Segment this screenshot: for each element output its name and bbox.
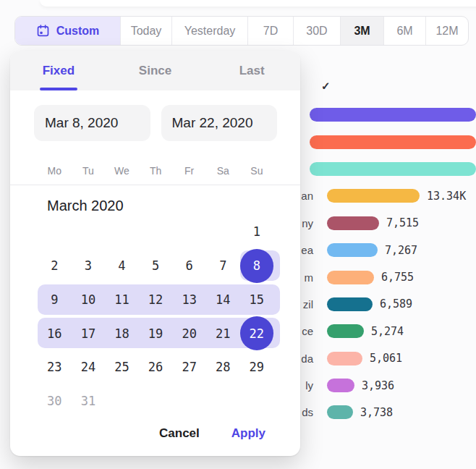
- day-cell-empty: [172, 384, 206, 418]
- day-cell-28[interactable]: 28: [206, 350, 240, 384]
- chart-value-label: 3,738: [360, 406, 393, 419]
- toolbar-item-label: 6M: [396, 25, 412, 38]
- day-cell-27[interactable]: 27: [172, 350, 206, 384]
- toolbar-item-label: 12M: [435, 25, 458, 38]
- toolbar-item-label: Today: [131, 25, 162, 38]
- month-title: March 2020: [47, 198, 300, 214]
- toolbar-item-6m[interactable]: 6M: [383, 17, 425, 45]
- weekday-label: Mo: [38, 165, 72, 177]
- chart-bar: [327, 352, 362, 366]
- day-cell-empty: [206, 215, 240, 249]
- chart-bar: [310, 108, 476, 122]
- tab-fixed[interactable]: Fixed: [10, 51, 107, 90]
- day-cell-18[interactable]: 18: [105, 316, 139, 350]
- toolbar-item-today[interactable]: Today: [120, 17, 171, 45]
- toolbar-item-30d[interactable]: 30D: [293, 17, 340, 45]
- day-cell-empty: [139, 384, 173, 418]
- date-picker-tabs: FixedSinceLast: [10, 51, 300, 90]
- day-cell-12[interactable]: 12: [139, 282, 173, 316]
- day-cell-9[interactable]: 9: [38, 282, 72, 316]
- picker-footer: Cancel Apply: [159, 425, 265, 442]
- day-cell-22[interactable]: 22: [240, 316, 274, 350]
- chart-bar: [327, 271, 374, 284]
- toolbar-item-3m[interactable]: 3M: [340, 17, 383, 45]
- day-cell-16[interactable]: 16: [38, 316, 72, 350]
- day-cell-31[interactable]: 31: [72, 384, 106, 418]
- day-cell-14[interactable]: 14: [206, 282, 240, 316]
- day-cell-7[interactable]: 7: [206, 249, 240, 283]
- chart-value-label: 13.34K: [427, 190, 466, 203]
- chart-bar: [327, 216, 379, 230]
- day-cell-17[interactable]: 17: [72, 316, 106, 350]
- toolbar-item-label: 30D: [306, 25, 327, 38]
- toolbar-item-7d[interactable]: 7D: [247, 17, 293, 45]
- day-cell-25[interactable]: 25: [105, 350, 139, 384]
- day-cell-20[interactable]: 20: [172, 316, 206, 350]
- chart-value-label: 6,589: [380, 297, 412, 310]
- day-cell-26[interactable]: 26: [139, 350, 173, 384]
- selected-day-start: 8: [240, 249, 274, 283]
- day-cell-19[interactable]: 19: [139, 316, 173, 350]
- tab-last[interactable]: Last: [203, 51, 300, 90]
- date-inputs-row: Mar 8, 2020 Mar 22, 2020: [10, 90, 300, 141]
- calendar-week-row: 9101112131415: [38, 282, 300, 316]
- cancel-button[interactable]: Cancel: [159, 426, 200, 441]
- toolbar-item-label: Yesterday: [184, 25, 236, 38]
- chart-bar: [327, 379, 354, 392]
- toolbar-item-label: Custom: [56, 25, 100, 38]
- chart-value-label: 5,061: [370, 352, 402, 365]
- chart-bar: [327, 243, 378, 257]
- divider: [10, 185, 300, 185]
- apply-button[interactable]: Apply: [231, 426, 265, 441]
- chart-bar: [327, 405, 353, 419]
- tab-since[interactable]: Since: [107, 51, 204, 90]
- day-cell-empty: [172, 215, 206, 249]
- day-cell-11[interactable]: 11: [105, 282, 139, 316]
- day-cell-30[interactable]: 30: [38, 384, 72, 418]
- chart-bar: [310, 135, 476, 149]
- selected-day-end: 22: [240, 316, 274, 350]
- day-cell-2[interactable]: 2: [38, 249, 72, 283]
- weekday-header: MoTuWeThFrSaSu: [10, 161, 300, 179]
- chart-bar: [327, 324, 364, 338]
- calendar-week-row: 2345678: [38, 249, 300, 283]
- chart-value-label: 6,755: [381, 271, 414, 284]
- chart-value-label: 3,936: [362, 379, 394, 392]
- day-cell-29[interactable]: 29: [240, 350, 274, 384]
- day-cell-21[interactable]: 21: [206, 316, 240, 350]
- chart-value-label: 7,515: [386, 216, 419, 229]
- day-cell-empty: [240, 384, 274, 418]
- day-cell-24[interactable]: 24: [72, 350, 106, 384]
- calendar-week-row: 23242526272829: [38, 350, 300, 384]
- calendar-week-row: 3031: [38, 384, 300, 418]
- calendar-week-row: 1: [38, 215, 300, 249]
- toolbar-item-label: 7D: [263, 25, 278, 38]
- check-icon: ✓: [321, 80, 331, 93]
- day-cell-5[interactable]: 5: [139, 249, 173, 283]
- chart-bar: [327, 297, 373, 311]
- end-date-input[interactable]: Mar 22, 2020: [161, 105, 278, 141]
- day-cell-empty: [105, 384, 139, 418]
- day-cell-10[interactable]: 10: [72, 282, 106, 316]
- day-cell-6[interactable]: 6: [172, 249, 206, 283]
- tab-label: Last: [239, 64, 265, 78]
- start-date-input[interactable]: Mar 8, 2020: [34, 105, 150, 141]
- day-cell-empty: [38, 215, 72, 249]
- day-cell-1[interactable]: 1: [240, 215, 274, 249]
- tab-label: Fixed: [43, 64, 75, 78]
- day-cell-3[interactable]: 3: [72, 249, 106, 283]
- day-cell-13[interactable]: 13: [172, 282, 206, 316]
- tab-label: Since: [139, 64, 171, 78]
- calendar-icon: [36, 24, 50, 38]
- toolbar-item-yesterday[interactable]: Yesterday: [171, 17, 247, 45]
- background-card-edge: [40, 0, 476, 7]
- toolbar-item-custom[interactable]: Custom: [15, 17, 120, 45]
- calendar-week-row: 16171819202122: [38, 316, 300, 350]
- day-cell-23[interactable]: 23: [38, 350, 72, 384]
- day-cell-empty: [72, 215, 106, 249]
- toolbar-item-12m[interactable]: 12M: [425, 17, 468, 45]
- day-cell-8[interactable]: 8: [240, 249, 274, 283]
- day-cell-4[interactable]: 4: [105, 249, 139, 283]
- day-cell-15[interactable]: 15: [240, 282, 274, 316]
- active-tab-underline: [40, 88, 77, 90]
